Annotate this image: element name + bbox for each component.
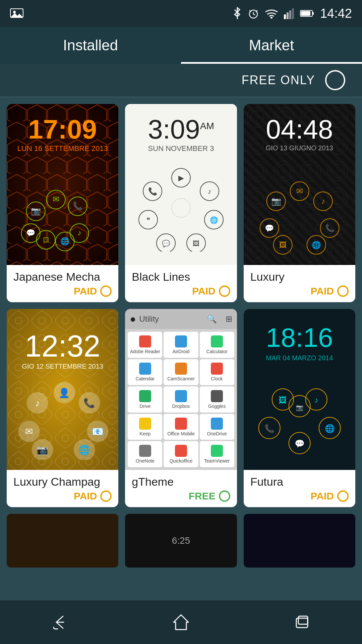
- gtheme-app-item: Dropbox: [164, 386, 198, 413]
- theme-card-luxury-champagne[interactable]: 12:32 GIO 12 SETTEMBRE 2013 ♪ 👤 📞 ✉ 📧 📷: [7, 309, 118, 507]
- tab-market[interactable]: Market: [181, 27, 362, 64]
- svg-text:🌐: 🌐: [60, 237, 70, 246]
- gtheme-app-item: CamScanner: [164, 359, 198, 385]
- svg-text:✉: ✉: [25, 426, 33, 437]
- price-circle: [337, 285, 349, 297]
- theme-price-futura: PAID: [250, 490, 349, 502]
- svg-text:❝: ❝: [146, 216, 150, 224]
- wifi-icon: [265, 8, 278, 18]
- alarm-icon: [248, 8, 259, 19]
- price-circle: [100, 490, 112, 502]
- gtheme-app-item: Adobe Reader: [128, 332, 162, 358]
- svg-rect-14: [301, 11, 310, 16]
- theme-name-gtheme: gTheme: [132, 475, 230, 488]
- svg-text:💬: 💬: [294, 439, 304, 448]
- gtheme-app-item: Clock: [200, 359, 234, 385]
- svg-point-7: [270, 17, 273, 18]
- theme-name-japanese-mecha: Japanese Mecha: [13, 270, 112, 283]
- theme-info-luxury: Luxury PAID: [244, 265, 355, 302]
- theme-card-black-lines[interactable]: 3:09AM SUN NOVEMBER 3 ▶ ♪ 🌐 🖼 💬 ❝: [125, 104, 237, 302]
- svg-text:📞: 📞: [83, 397, 95, 409]
- bl-date: SUN NOVEMBER 3: [125, 144, 237, 153]
- svg-text:♪: ♪: [77, 228, 81, 237]
- svg-text:💬: 💬: [265, 224, 274, 233]
- nav-home-button[interactable]: [168, 609, 194, 636]
- theme-card-futura[interactable]: 18:16 MAR 04 MARZO 2014 🖼 ♪ 📞 🌐 📷 💬: [244, 309, 355, 507]
- champ-icons: ♪ 👤 📞 ✉ 📧 📷 🌐: [8, 379, 117, 460]
- svg-text:▶: ▶: [178, 174, 184, 182]
- bluetooth-icon: [233, 7, 242, 20]
- svg-text:🖼: 🖼: [193, 240, 199, 247]
- bl-icons: ▶ ♪ 🌐 🖼 💬 ❝ 📞: [137, 158, 225, 252]
- svg-text:📷: 📷: [31, 206, 41, 216]
- svg-text:♪: ♪: [207, 187, 211, 196]
- svg-rect-10: [289, 10, 291, 19]
- svg-rect-8: [284, 14, 286, 19]
- theme-card-japanese-mecha[interactable]: 17:09 LUN 16 SETTEMBRE 2013 📷 ✉ 📞 💬 ♪ ⊡: [7, 104, 118, 302]
- strip-card-1: [7, 514, 118, 568]
- lux-icons: 📷 ✉ ♪ 💬 📞 🖼 🌐: [245, 181, 354, 255]
- svg-text:♪: ♪: [321, 197, 325, 206]
- battery-icon: [300, 9, 314, 17]
- theme-info-gtheme: gTheme FREE: [125, 470, 237, 507]
- svg-point-1: [13, 11, 16, 13]
- theme-card-gtheme[interactable]: ● Utility 🔍 ⊞ Adobe Reader AirDroid: [125, 309, 237, 507]
- signal-icon: [284, 8, 294, 19]
- price-circle: [100, 285, 112, 297]
- gtheme-app-item: Keep: [128, 414, 162, 440]
- svg-text:📞: 📞: [148, 187, 157, 196]
- svg-text:📞: 📞: [325, 224, 335, 233]
- theme-preview-futura: 18:16 MAR 04 MARZO 2014 🖼 ♪ 📞 🌐 📷 💬: [244, 309, 355, 470]
- theme-name-futura: Futura: [250, 475, 349, 488]
- lux-date: GIO 13 GIUGNO 2013: [244, 144, 355, 152]
- fut-time: 18:16: [244, 322, 355, 353]
- price-circle: [219, 285, 230, 297]
- champ-time: 12:32: [7, 329, 118, 364]
- theme-preview-luxury-champagne: 12:32 GIO 12 SETTEMBRE 2013 ♪ 👤 📞 ✉ 📧 📷: [7, 309, 118, 470]
- theme-name-luxury-champagne: Luxury Champag: [13, 475, 112, 488]
- tab-installed[interactable]: Installed: [0, 27, 181, 64]
- svg-text:📧: 📧: [92, 426, 104, 437]
- gtheme-app-grid: Adobe Reader AirDroid Calculator Calenda…: [125, 329, 237, 470]
- nav-back-button[interactable]: [47, 609, 74, 636]
- gtheme-app-item: OneDrive: [200, 414, 234, 440]
- svg-text:✉: ✉: [53, 195, 59, 204]
- lux-time: 04:48: [244, 114, 355, 145]
- filter-bar: FREE ONLY: [0, 64, 362, 97]
- bottom-preview-strip: 6:25: [0, 514, 362, 568]
- gtheme-app-item: Goggles: [200, 386, 234, 413]
- status-bar: 14:42: [0, 0, 362, 27]
- jp-date: LUN 16 SETTEMBRE 2013: [7, 144, 118, 153]
- theme-preview-black-lines: 3:09AM SUN NOVEMBER 3 ▶ ♪ 🌐 🖼 💬 ❝: [125, 104, 237, 265]
- svg-rect-13: [312, 12, 314, 15]
- free-only-label: FREE ONLY: [242, 73, 315, 87]
- svg-text:🌐: 🌐: [324, 424, 335, 433]
- gtheme-app-item: AirDroid: [164, 332, 198, 358]
- svg-marker-93: [174, 615, 188, 630]
- svg-text:🌐: 🌐: [312, 240, 321, 250]
- gtheme-app-item: TeamViewer: [200, 441, 234, 467]
- jp-icons: 📷 ✉ 📞 💬 ♪ ⊡ 🌐: [10, 184, 115, 252]
- price-circle: [337, 490, 349, 502]
- theme-name-black-lines: Black Lines: [132, 270, 230, 283]
- theme-card-luxury[interactable]: 04:48 GIO 13 GIUGNO 2013 📷 ✉ ♪ 💬 📞 🖼: [244, 104, 355, 302]
- status-bar-right: 14:42: [233, 6, 352, 21]
- nav-bar: [0, 600, 362, 644]
- theme-price-luxury: PAID: [250, 285, 349, 297]
- svg-text:⊡: ⊡: [43, 235, 49, 244]
- svg-rect-11: [292, 8, 294, 19]
- theme-price-japanese-mecha: PAID: [13, 285, 112, 297]
- strip-card-3: [244, 514, 355, 568]
- theme-info-japanese-mecha: Japanese Mecha PAID: [7, 265, 118, 302]
- strip-card-2: 6:25: [125, 514, 237, 568]
- nav-recents-button[interactable]: [288, 609, 315, 636]
- svg-text:📞: 📞: [264, 424, 274, 433]
- svg-text:📞: 📞: [73, 201, 83, 211]
- price-circle: [219, 490, 230, 502]
- svg-line-4: [253, 14, 255, 15]
- svg-text:✉: ✉: [296, 186, 303, 196]
- free-only-toggle[interactable]: [325, 70, 345, 90]
- svg-rect-95: [298, 616, 308, 624]
- svg-text:👤: 👤: [58, 387, 70, 398]
- svg-text:💬: 💬: [26, 228, 36, 237]
